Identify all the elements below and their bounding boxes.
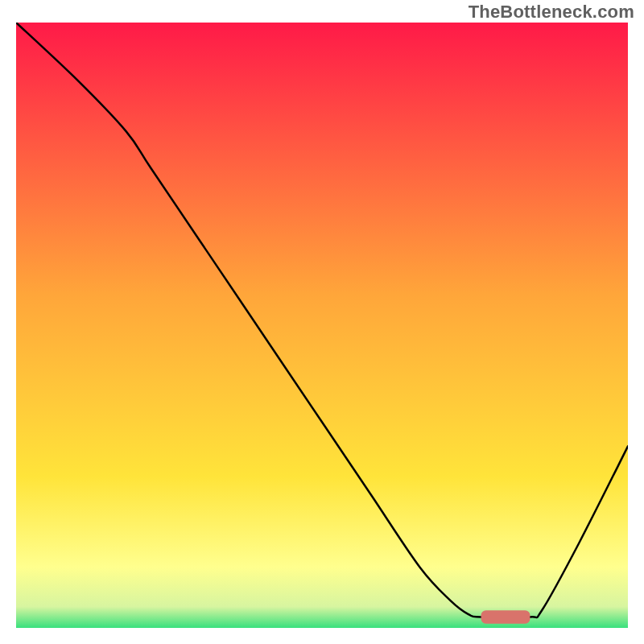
chart-background-gradient [16, 23, 628, 628]
watermark-text: TheBottleneck.com [469, 2, 634, 23]
optimal-marker [481, 610, 530, 624]
chart-svg [16, 23, 628, 628]
chart-plot-area [16, 23, 628, 628]
